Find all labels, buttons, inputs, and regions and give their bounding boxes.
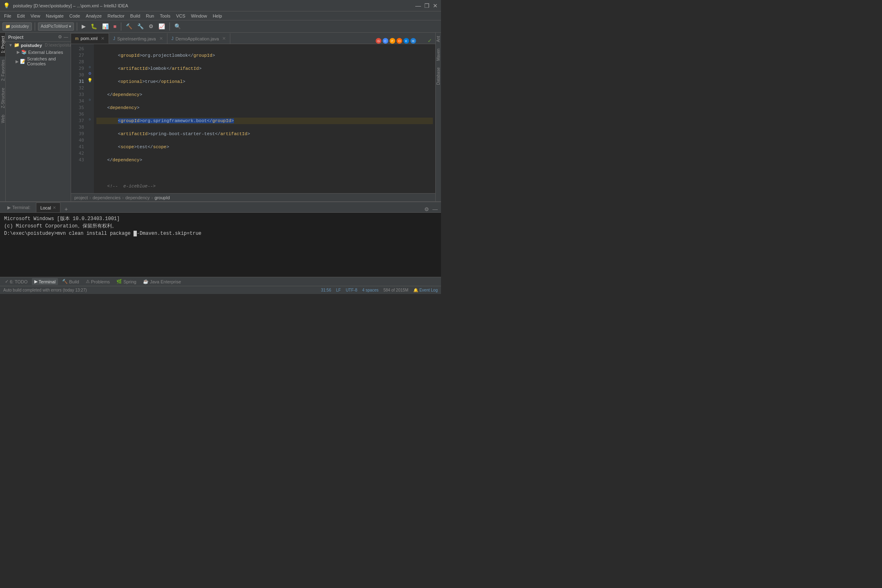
menu-tools[interactable]: Tools — [157, 13, 173, 19]
status-indent[interactable]: 4 spaces — [362, 288, 379, 292]
terminal-line-1: Microsoft Windows [版本 10.0.23403.1001] — [4, 215, 437, 223]
browser-ie-icon[interactable]: IE — [410, 38, 416, 44]
code-line-30: <dependency> — [96, 105, 433, 111]
tab-pom-xml[interactable]: m pom.xml ✕ — [71, 33, 109, 44]
build-button[interactable]: 🔨 — [124, 22, 134, 30]
external-tool-button[interactable]: 🔧 — [136, 22, 145, 30]
code-line-33: <scope>test</scope> — [96, 144, 433, 150]
code-line-28: <optional>true</optional> — [96, 78, 433, 85]
close-button[interactable]: ✕ — [433, 2, 438, 9]
bookmark-icon[interactable]: ✓ — [424, 38, 435, 44]
tree-arrow-external: ▶ — [17, 50, 20, 54]
status-bar: Auto build completed with errors (today … — [0, 286, 441, 294]
menu-build[interactable]: Build — [128, 13, 143, 19]
database-panel-button[interactable]: Database — [435, 64, 441, 88]
code-content[interactable]: <groupId>org.projectlombok</groupId> <ar… — [94, 44, 435, 193]
tab-icon-demo: J — [172, 36, 174, 41]
breadcrumb-groupid[interactable]: groupId — [155, 195, 170, 200]
stop-button[interactable]: ■ — [112, 22, 118, 30]
menu-refactor[interactable]: Refactor — [105, 13, 127, 19]
tree-item-external-libraries[interactable]: ▶ 📚 External Libraries — [6, 49, 71, 56]
status-line-sep[interactable]: LF — [336, 288, 341, 292]
menu-file[interactable]: File — [2, 13, 14, 19]
bottom-tabs: ▶ Terminal: Local ✕ + ⚙ — — [0, 202, 441, 213]
sidebar-title: Project — [8, 35, 23, 40]
toolbar-todo[interactable]: ✓ 6: TODO — [2, 278, 30, 285]
status-position[interactable]: 31:56 — [321, 288, 331, 292]
status-event-log[interactable]: 🔔 Event Log — [413, 288, 438, 292]
terminal-settings-icon[interactable]: ⚙ — [424, 206, 429, 212]
toolbar-java-enterprise[interactable]: ☕ Java Enterprise — [140, 278, 183, 285]
toolbar-spring[interactable]: 🌿 Spring — [114, 278, 139, 285]
minimize-button[interactable]: — — [415, 2, 421, 9]
menu-window[interactable]: Window — [189, 13, 209, 19]
local-label: Local — [40, 205, 51, 210]
add-terminal-button[interactable]: + — [63, 206, 69, 212]
breadcrumb-dependencies[interactable]: dependencies — [93, 195, 121, 200]
terminal-line-2: (c) Microsoft Corporation。保留所有权利。 — [4, 223, 437, 230]
menu-analyze[interactable]: Analyze — [83, 13, 104, 19]
left-tab-project[interactable]: 1: Project — [0, 33, 5, 56]
toolbar-problems[interactable]: ⚠ Problems — [83, 278, 112, 285]
browser-chromium-icon[interactable]: C — [383, 38, 388, 44]
breadcrumb-project[interactable]: project — [74, 195, 88, 200]
status-memory[interactable]: 584 of 2015M — [383, 288, 408, 292]
tab-close-pom[interactable]: ✕ — [101, 36, 105, 41]
menu-run[interactable]: Run — [143, 13, 156, 19]
breadcrumb-dependency[interactable]: dependency — [125, 195, 150, 200]
profiler-button[interactable]: 📈 — [157, 22, 167, 30]
code-line-32: <artifactId>spring-boot-starter-test</ar… — [96, 131, 433, 137]
status-encoding[interactable]: UTF-8 — [346, 288, 357, 292]
terminal-settings: ⚙ — — [424, 206, 438, 212]
browser-chrome-icon[interactable]: G — [376, 38, 381, 44]
tab-close-spire[interactable]: ✕ — [159, 36, 163, 41]
debug-button[interactable]: 🐛 — [89, 22, 99, 30]
editor-tabs: m pom.xml ✕ J SpireInsertImg.java ✕ J De… — [71, 33, 435, 44]
left-tab-structure[interactable]: Z-Structure — [0, 85, 5, 111]
run-button[interactable]: ▶ — [80, 22, 87, 30]
tab-spire[interactable]: J SpireInsertImg.java ✕ — [109, 33, 167, 44]
config-dropdown[interactable]: AddPicToWord ▾ — [38, 22, 74, 31]
menu-edit[interactable]: Edit — [15, 13, 27, 19]
editor-center: m pom.xml ✕ J SpireInsertImg.java ✕ J De… — [71, 33, 435, 201]
coverage-button[interactable]: 📊 — [100, 22, 110, 30]
left-tab-favorites[interactable]: 2: Favorites — [0, 56, 5, 84]
scratches-icon: 📝 — [20, 59, 26, 64]
maximize-button[interactable]: ❐ — [424, 2, 430, 9]
tree-item-poistudey[interactable]: ▼ 📁 poistudey D:\exec\poistudey — [6, 42, 71, 49]
terminal-minimize-icon[interactable]: — — [432, 206, 438, 212]
project-name: poistudey — [11, 24, 29, 29]
project-dropdown[interactable]: 📁 poistudey — [2, 22, 32, 31]
sdk-button[interactable]: ⚙ — [147, 22, 155, 30]
bottom-tab-local[interactable]: Local ✕ — [36, 203, 60, 212]
tree-item-scratches[interactable]: ▶ 📝 Scratches and Consoles — [6, 56, 71, 67]
menu-help[interactable]: Help — [210, 13, 225, 19]
browser-edge-icon[interactable]: E — [403, 38, 409, 44]
menu-view[interactable]: View — [28, 13, 43, 19]
tab-close-demo[interactable]: ✕ — [222, 36, 226, 41]
gutter-circle-37: ○ — [89, 117, 91, 121]
menu-vcs[interactable]: VCS — [174, 13, 188, 19]
terminal-content[interactable]: Microsoft Windows [版本 10.0.23403.1001] (… — [0, 213, 441, 277]
search-everywhere-button[interactable]: 🔍 — [173, 22, 183, 30]
toolbar: 📁 poistudey AddPicToWord ▾ ▶ 🐛 📊 ■ 🔨 🔧 ⚙… — [0, 20, 441, 33]
sidebar-settings-icon[interactable]: ⚙ — [58, 34, 62, 40]
bottom-tab-terminal-label[interactable]: ▶ Terminal: — [3, 203, 35, 212]
browser-opera-icon[interactable]: O — [396, 38, 402, 44]
project-tree: ▼ 📁 poistudey D:\exec\poistudey ▶ 📚 Exte… — [6, 42, 71, 201]
browser-firefox-icon[interactable]: F — [390, 38, 395, 44]
tab-label-spire: SpireInsertImg.java — [117, 36, 156, 41]
left-tab-web[interactable]: Web — [0, 111, 5, 126]
ant-panel-button[interactable]: Ant — [435, 33, 441, 45]
local-close-icon[interactable]: ✕ — [53, 205, 56, 210]
toolbar-terminal[interactable]: ▶ Terminal — [32, 278, 58, 285]
terminal-label: Terminal: — [12, 205, 31, 210]
toolbar-build[interactable]: 🔨 Build — [60, 278, 81, 285]
sidebar-collapse-icon[interactable]: — — [64, 34, 68, 40]
maven-panel-button[interactable]: Maven — [435, 45, 441, 64]
menu-navigate[interactable]: Navigate — [43, 13, 66, 19]
menu-code[interactable]: Code — [67, 13, 82, 19]
breadcrumb-bar: project › dependencies › dependency › gr… — [71, 193, 435, 201]
gutter-bulb-31: 💡 — [87, 78, 92, 82]
tab-demo[interactable]: J DemoApplication.java ✕ — [167, 33, 230, 44]
